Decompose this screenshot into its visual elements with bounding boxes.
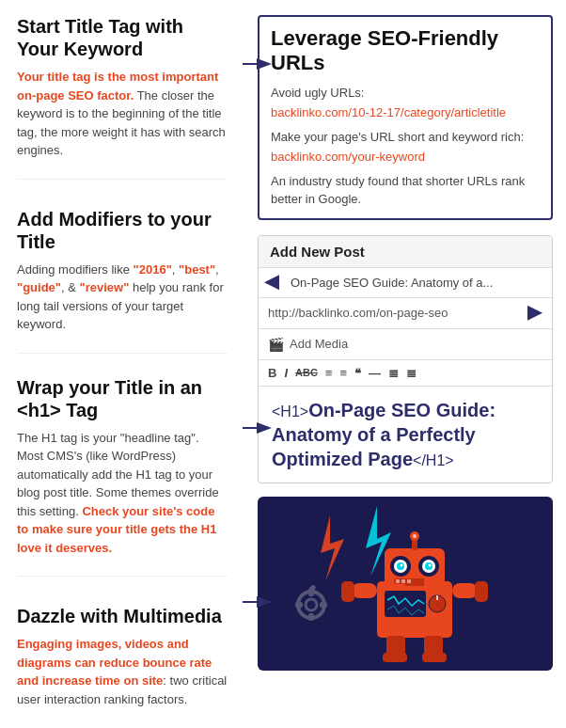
svg-point-12 xyxy=(401,563,403,566)
svg-rect-33 xyxy=(295,602,303,608)
section1-title: Start Title Tag with Your Keyword xyxy=(17,15,228,60)
toolbar-abc[interactable]: ABC xyxy=(295,367,318,378)
cms-h1-content: <H1>On-Page SEO Guide: Anatomy of a Perf… xyxy=(259,387,552,483)
toolbar-list1[interactable]: ≡ xyxy=(325,366,333,380)
add-media-icon: 🎬 xyxy=(268,337,284,352)
modifier1: "2016" xyxy=(134,262,172,277)
svg-rect-27 xyxy=(383,653,407,662)
svg-rect-16 xyxy=(401,579,405,583)
add-media-label: Add Media xyxy=(290,337,348,351)
modifier3: "guide" xyxy=(17,280,61,294)
svg-rect-22 xyxy=(452,583,478,598)
arrow-left-icon xyxy=(264,275,279,290)
cms-title-input-row: On-Page SEO Guide: Anatomy of a... xyxy=(259,268,552,298)
good-url: backlinko.com/your-keyword xyxy=(271,150,425,164)
industry-text: An industry study found that shorter URL… xyxy=(271,172,540,209)
svg-rect-32 xyxy=(308,613,314,621)
section2-title: Add Modifiers to your Title xyxy=(17,208,228,253)
section4-title: Dazzle with Multimedia xyxy=(17,605,228,627)
robot-svg xyxy=(274,497,537,671)
cms-title-input[interactable]: On-Page SEO Guide: Anatomy of a... xyxy=(285,268,552,297)
right-section1-title: Leverage SEO-Friendly URLs xyxy=(271,26,540,76)
svg-rect-18 xyxy=(385,591,426,617)
robot-illustration xyxy=(258,497,553,671)
svg-rect-21 xyxy=(352,583,377,598)
section3-highlight: Check your site's code to make sure your… xyxy=(17,504,216,555)
bad-url: backlinko.com/10-12-17/category/articlet… xyxy=(271,105,506,119)
toolbar-bold[interactable]: B xyxy=(268,366,276,380)
section4-body: Engaging images, videos and diagrams can… xyxy=(17,635,228,708)
svg-rect-34 xyxy=(320,602,327,608)
cms-title: Add New Post xyxy=(259,236,552,268)
avoid-label: Avoid ugly URLs: xyxy=(271,84,540,103)
svg-point-39 xyxy=(413,534,417,538)
section1-body: Your title tag is the most important on-… xyxy=(17,68,228,160)
svg-rect-15 xyxy=(396,579,400,583)
section4-highlight: Engaging images, videos and diagrams can… xyxy=(17,637,212,688)
add-media-row[interactable]: 🎬 Add Media xyxy=(259,329,552,360)
section3-title-line1: Wrap your Title in an <h1> Tag xyxy=(17,376,228,421)
arrow-right-icon xyxy=(527,306,542,321)
h1-open-tag: <H1> xyxy=(272,404,308,419)
h1-close-tag: </H1> xyxy=(413,452,454,468)
svg-rect-24 xyxy=(475,581,488,602)
cms-toolbar: B I ABC ≡ ≡ ❝ — ≣ ≣ xyxy=(259,360,552,387)
toolbar-align2[interactable]: ≣ xyxy=(406,366,417,380)
make-label: Make your page's URL short and keyword r… xyxy=(271,128,540,147)
cms-editor: Add New Post On-Page SEO Guide: Anatomy … xyxy=(258,235,553,483)
toolbar-italic[interactable]: I xyxy=(284,366,288,380)
modifier2: "best" xyxy=(179,262,215,277)
svg-rect-17 xyxy=(407,579,411,583)
svg-point-13 xyxy=(429,563,432,566)
section3-body: The H1 tag is your "headline tag". Most … xyxy=(17,429,228,558)
svg-rect-23 xyxy=(341,581,354,602)
svg-rect-28 xyxy=(422,653,447,662)
section2-body: Adding modifiers like "2016", "best", "g… xyxy=(17,261,228,334)
right-section1-body: Avoid ugly URLs: backlinko.com/10-12-17/… xyxy=(271,84,540,209)
modifier4: "review" xyxy=(80,280,130,294)
toolbar-list2[interactable]: ≡ xyxy=(339,366,347,380)
toolbar-quote[interactable]: ❝ xyxy=(354,366,361,380)
toolbar-dash[interactable]: — xyxy=(369,366,381,380)
cms-url-row: http://backlinko.com/on-page-seo xyxy=(259,298,552,329)
cms-url-text[interactable]: http://backlinko.com/on-page-seo xyxy=(268,306,522,320)
toolbar-align1[interactable]: ≣ xyxy=(388,366,399,380)
